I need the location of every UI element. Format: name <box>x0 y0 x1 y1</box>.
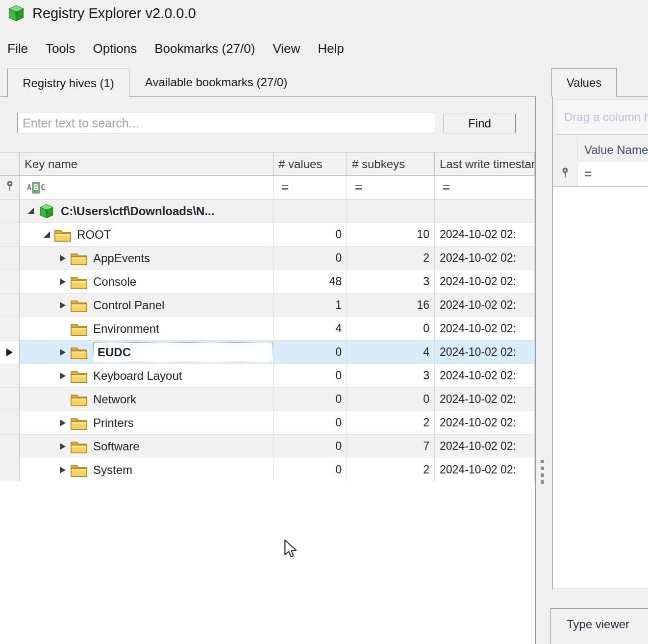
row-indicator-cell <box>0 247 20 270</box>
row-indicator-cell <box>0 411 20 435</box>
expand-toggle-icon[interactable] <box>60 443 71 450</box>
header-indicator-cell <box>0 152 20 176</box>
key-name-label: Environment <box>93 322 159 336</box>
subkeys-count-cell <box>347 199 435 223</box>
filter-pin-icon <box>561 167 569 180</box>
key-name-cell[interactable]: EUDC <box>20 341 274 364</box>
collapse-toggle-icon[interactable] <box>27 208 38 214</box>
focused-cell-outline: EUDC <box>93 343 273 362</box>
tree-row-appevents[interactable]: AppEvents022024-10-02 02: <box>0 247 535 270</box>
group-by-drop-area[interactable]: Drag a column header here to group by th… <box>556 99 648 135</box>
tree-row-network[interactable]: Network002024-10-02 02: <box>0 388 535 411</box>
key-name-cell[interactable]: Keyboard Layout <box>20 364 274 388</box>
key-name-cell[interactable]: System <box>20 458 274 482</box>
column-header-values[interactable]: # values <box>274 152 347 176</box>
column-header-timestamp[interactable]: Last write timestamp <box>435 152 535 176</box>
find-button[interactable]: Find <box>444 114 516 133</box>
expand-toggle-icon[interactable] <box>60 302 71 309</box>
values-count-cell: 0 <box>274 411 347 435</box>
folder-icon <box>71 368 87 384</box>
values-panel: Drag a column header here to group by th… <box>552 96 648 589</box>
subkeys-count-cell: 2 <box>347 458 435 482</box>
last-write-timestamp-cell: 2024-10-02 02: <box>435 364 535 388</box>
tab-available-bookmarks[interactable]: Available bookmarks (27/0) <box>129 69 303 96</box>
folder-icon <box>71 438 87 455</box>
row-indicator-cell <box>0 294 20 317</box>
values-filter-indicator-cell <box>553 162 577 186</box>
column-header-key-name[interactable]: Key name <box>20 152 274 176</box>
collapse-toggle-icon[interactable] <box>44 231 54 238</box>
key-name-cell[interactable]: Console <box>20 270 274 294</box>
key-name-cell[interactable]: C:\Users\ctf\Downloads\N... <box>20 199 274 223</box>
expand-toggle-icon[interactable] <box>60 467 71 473</box>
key-name-cell[interactable]: AppEvents <box>20 247 274 270</box>
filter-pin-icon <box>6 180 14 193</box>
menu-item-help[interactable]: Help <box>318 41 344 56</box>
key-name-cell[interactable]: Software <box>20 435 274 458</box>
key-name-label: Network <box>93 393 136 406</box>
key-name-cell[interactable]: Control Panel <box>20 294 274 317</box>
tab-values[interactable]: Values <box>551 68 617 97</box>
value-name-filter-cell[interactable]: = <box>577 162 648 186</box>
tree-row-console[interactable]: Console4832024-10-02 02: <box>0 270 535 294</box>
last-write-timestamp-cell: 2024-10-02 02: <box>435 294 535 317</box>
expand-toggle-icon[interactable] <box>60 420 71 426</box>
values-count-cell: 0 <box>274 435 347 458</box>
timestamp-filter-cell[interactable]: = <box>435 176 535 199</box>
key-name-label: Keyboard Layout <box>93 369 182 383</box>
folder-icon <box>54 226 71 243</box>
expand-toggle-icon[interactable] <box>60 255 71 262</box>
tab-type-viewer[interactable]: Type viewer <box>550 608 648 644</box>
menu-item-tools[interactable]: Tools <box>46 41 75 56</box>
key-name-label: Console <box>93 275 136 289</box>
folder-icon <box>71 415 87 431</box>
tree-row-eudc[interactable]: EUDC042024-10-02 02: <box>0 341 535 364</box>
tree-row-c-users-ctf-downloads-n-[interactable]: C:\Users\ctf\Downloads\N... <box>0 199 535 223</box>
menu-item-file[interactable]: File <box>7 41 28 56</box>
column-header-value-name[interactable]: Value Name <box>577 138 648 162</box>
expand-toggle-icon[interactable] <box>60 372 71 379</box>
last-write-timestamp-cell <box>435 199 535 223</box>
values-count-cell: 4 <box>274 317 347 341</box>
abc-letter-b: B <box>32 182 40 194</box>
menu-item-options[interactable]: Options <box>93 41 137 56</box>
tab-registry-hives[interactable]: Registry hives (1) <box>7 69 129 97</box>
menu-item-view[interactable]: View <box>273 41 300 56</box>
column-header-subkeys[interactable]: # subkeys <box>347 152 435 176</box>
tree-row-printers[interactable]: Printers022024-10-02 02: <box>0 411 535 435</box>
filter-pin-slot-right <box>561 167 569 182</box>
tree-row-software[interactable]: Software072024-10-02 02: <box>0 435 535 458</box>
key-name-cell[interactable]: Environment <box>20 317 274 341</box>
values-count-cell: 0 <box>274 223 347 247</box>
window-title: Registry Explorer v2.0.0.0 <box>32 5 196 22</box>
expand-toggle-icon[interactable] <box>60 278 71 285</box>
key-name-cell[interactable]: ROOT <box>20 223 274 247</box>
tree-row-root[interactable]: ROOT0102024-10-02 02: <box>0 223 535 247</box>
key-name-filter-cell[interactable]: ABC <box>20 176 274 199</box>
expand-toggle-icon[interactable] <box>60 349 71 356</box>
values-filter-cell[interactable]: = <box>274 176 347 199</box>
filter-pin-slot-left <box>6 180 14 195</box>
key-name-cell[interactable]: Network <box>20 388 274 411</box>
current-row-indicator <box>0 341 20 364</box>
subkeys-count-cell: 2 <box>347 411 435 435</box>
tree-row-environment[interactable]: Environment402024-10-02 02: <box>0 317 535 341</box>
values-list-empty <box>553 187 648 589</box>
menu-item-bookmarks[interactable]: Bookmarks (27/0) <box>154 41 255 56</box>
tree-row-keyboard-layout[interactable]: Keyboard Layout032024-10-02 02: <box>0 364 535 388</box>
values-count-cell: 0 <box>274 388 347 411</box>
search-input[interactable] <box>17 113 435 133</box>
vertical-splitter-handle[interactable] <box>541 460 545 487</box>
abc-letter-a: A <box>27 183 31 192</box>
key-name-cell[interactable]: Printers <box>20 411 274 435</box>
subkeys-filter-cell[interactable]: = <box>347 176 435 199</box>
tree-empty-area <box>0 481 535 644</box>
tree-row-control-panel[interactable]: Control Panel1162024-10-02 02: <box>0 294 535 317</box>
subkeys-count-cell: 3 <box>347 364 435 388</box>
last-write-timestamp-cell: 2024-10-02 02: <box>435 223 535 247</box>
subkeys-count-cell: 0 <box>347 388 435 411</box>
values-count-cell: 0 <box>274 247 347 270</box>
tree-row-system[interactable]: System022024-10-02 02: <box>0 458 535 482</box>
values-count-cell: 1 <box>274 294 347 317</box>
values-header-indicator-cell <box>553 138 577 162</box>
